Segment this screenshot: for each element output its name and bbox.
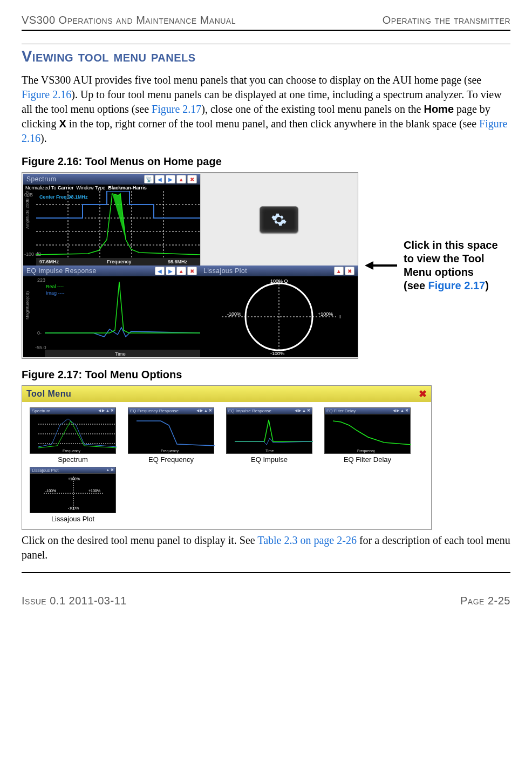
thumb-eq-frequency[interactable]: EQ Frequency Response◀ ▶ ▲ ✖ Frequency E… [128,407,214,464]
link-fig217a[interactable]: Figure 2.17 [152,103,201,115]
svg-text:100% Q: 100% Q [270,278,288,284]
svg-text:98.6MHz: 98.6MHz [168,259,188,264]
thumb-eq-filter-delay[interactable]: EQ Filter Delay◀ ▶ ▲ ✖ Frequency EQ Filt… [324,407,411,464]
fig216-caption: Figure 2.16: Tool Menus on Home page [22,155,510,168]
svg-text:-100%: -100% [270,351,284,356]
svg-text:223: 223 [37,277,45,283]
spectrum-title: Spectrum [26,175,56,183]
callout-text: Click in this space to view the Tool Men… [404,239,498,292]
prev-icon[interactable]: ◀ [155,267,165,275]
intro-paragraph: The VS300 AUI provides five tool menu pa… [22,73,510,146]
svg-text:Frequency: Frequency [63,449,81,453]
lissa-title: Lissajous Plot [203,267,247,275]
page-header: VS300 Operations and Maintenance Manual … [22,14,510,26]
eq-plot: 223 0- -55.0 Magnitude(dB) Real ---- Ima… [23,276,200,357]
svg-text:Amplitude 20dB / div: Amplitude 20dB / div [25,191,30,229]
footer-left: Issue 0.1 2011-03-11 [22,595,127,607]
svg-text:Imag ----: Imag ---- [46,290,65,296]
svg-text:+100%: +100% [88,489,100,493]
svg-text:-100%: -100% [227,311,241,317]
section-heading: Viewing tool menu panels [22,47,510,65]
svg-marker-34 [365,261,373,270]
expand-icon[interactable]: ▲ [176,175,186,183]
prev-icon[interactable]: ◀ [155,175,165,183]
svg-text:Time: Time [115,351,126,357]
svg-text:-100%: -100% [68,506,79,510]
expand-icon[interactable]: ▲ [334,267,344,275]
fig216-screenshot: Spectrum 📡 ◀ ▶ ▲ ✖ Normalized To Carrier… [22,172,358,359]
svg-text:-100%: -100% [45,489,56,493]
tool-menu-title: Tool Menu [26,389,71,399]
svg-text:Center Freq:98.1MHz: Center Freq:98.1MHz [39,194,88,200]
svg-text:Time: Time [265,449,274,453]
close-icon[interactable]: ✖ [187,267,197,275]
fig217-followup: Click on the desired tool menu panel to … [22,533,510,562]
next-icon[interactable]: ▶ [166,175,175,183]
close-icon[interactable]: ✖ [187,175,197,183]
svg-text:97.6MHz: 97.6MHz [39,259,59,264]
svg-text:-100 dB: -100 dB [24,251,42,257]
eq-impulse-panel: EQ Impulse Response ◀ ▶ ▲ ✖ 223 0- -55.0 [23,266,200,357]
antenna-icon[interactable]: 📡 [144,175,154,183]
svg-text:Real ----: Real ---- [46,284,64,289]
spectrum-panel: Spectrum 📡 ◀ ▶ ▲ ✖ Normalized To Carrier… [23,174,200,266]
section-top-rule [22,44,510,44]
footer-right: Page 2-25 [460,595,510,607]
link-table23[interactable]: Table 2.3 on page 2-26 [257,534,357,546]
link-fig216a[interactable]: Figure 2.16 [22,89,71,100]
gear-icon[interactable] [260,206,298,233]
header-left: VS300 Operations and Maintenance Manual [22,14,236,26]
svg-text:Frequency: Frequency [357,449,376,453]
footer-rule [22,572,510,573]
fig216-row: Spectrum 📡 ◀ ▶ ▲ ✖ Normalized To Carrier… [22,172,510,359]
callout-arrow [365,259,397,272]
fig217-screenshot: Tool Menu ✖ Spectrum◀ ▶ ▲ ✖ Frequency Sp… [22,385,432,530]
lissa-plot: 100% Q -100% -100% +100% I [200,276,358,357]
svg-text:Magnitude(dB): Magnitude(dB) [25,291,30,319]
svg-text:Frequency: Frequency [161,449,179,453]
expand-icon[interactable]: ▲ [176,267,186,275]
next-icon[interactable]: ▶ [166,267,175,275]
empty-panel-space[interactable] [200,174,357,266]
fig217-caption: Figure 2.17: Tool Menu Options [22,369,510,381]
svg-text:Frequency: Frequency [107,259,132,264]
x-label: X [59,118,66,130]
lissajous-panel: Lissajous Plot ▲ ✖ [200,266,358,357]
thumb-eq-impulse[interactable]: EQ Impulse Response◀ ▶ ▲ ✖ Time EQ Impul… [226,407,312,464]
header-right: Operating the transmitter [383,14,510,26]
thumb-spectrum[interactable]: Spectrum◀ ▶ ▲ ✖ Frequency Spectrum [30,407,116,464]
svg-text:+100%: +100% [68,477,80,481]
link-fig217-callout[interactable]: Figure 2.17 [428,280,486,291]
thumb-lissajous[interactable]: Lissajous Plot▲ ✖ +100%-100%-100%+100% L… [30,467,116,523]
close-icon[interactable]: ✖ [419,388,427,400]
svg-text:0-: 0- [37,330,42,336]
spectrum-plot: 0dB -100 dB Amplitude 20dB / div [23,191,200,266]
home-label: Home [424,103,454,115]
svg-text:-55.0: -55.0 [35,345,46,350]
eq-title: EQ Impulse Response [26,267,97,275]
page-footer: Issue 0.1 2011-03-11 Page 2-25 [22,595,510,607]
svg-text:+100%: +100% [318,311,333,317]
header-rule [22,30,510,31]
close-icon[interactable]: ✖ [345,267,354,275]
svg-text:I: I [339,314,341,319]
